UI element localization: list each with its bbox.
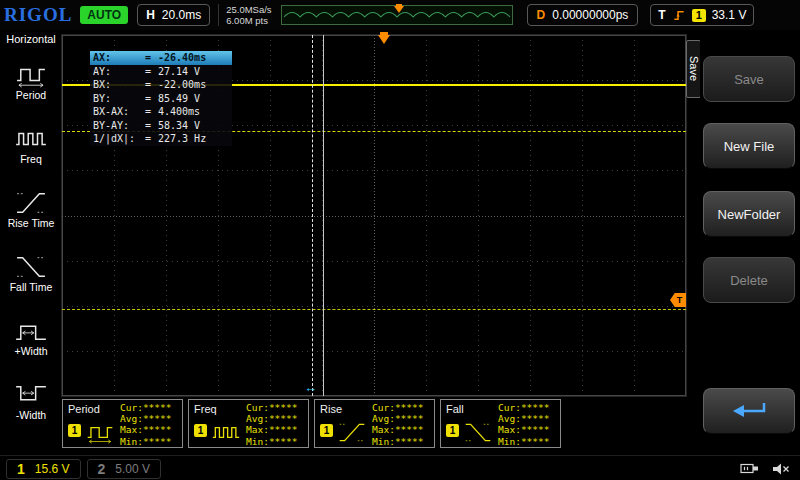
cursor-row-bx-ax: BX-AX:=4.400ms	[90, 105, 232, 119]
waveform-preview[interactable]	[281, 5, 513, 25]
trigger-info-box: T 1 33.1 V	[650, 4, 754, 26]
delete-button[interactable]: Delete	[703, 257, 795, 303]
waveform-display[interactable]: T ↔ AX:=-26.40msAY:=27.14 VBX:=-22.00msB…	[62, 35, 686, 396]
menu-button-label: New File	[724, 139, 775, 154]
sidebar-item-width[interactable]: -Width	[0, 369, 62, 433]
measurement-stats: Cur:*****Avg:*****Max:*****Min:*****	[120, 402, 172, 447]
cursor-readout-panel: AX:=-26.40msAY:=27.14 VBX:=-22.00msBY:=8…	[90, 51, 232, 146]
menu-tab-save[interactable]: Save	[686, 40, 701, 98]
measurement-stats: Cur:*****Avg:*****Max:*****Min:*****	[372, 402, 424, 447]
usb-icon	[740, 462, 760, 475]
channel2-status[interactable]: 2 5.00 V	[87, 459, 162, 479]
fall-time-icon	[14, 254, 48, 280]
sidebar-item-period[interactable]: Period	[0, 49, 62, 113]
measurement-label: Rise	[320, 403, 342, 415]
cursor-ax-line[interactable]	[312, 35, 313, 396]
measure-sidebar: Horizontal PeriodFreqRise TimeFall Time+…	[0, 30, 62, 455]
speaker-muted-icon	[772, 462, 790, 476]
softkey-menu: SaveNew FileNewFolderDelete	[700, 30, 800, 455]
sample-rate: 25.0MSa/s	[226, 4, 271, 15]
freq-icon	[14, 126, 48, 152]
measurement-row: Period1Cur:*****Avg:*****Max:*****Min:**…	[62, 399, 561, 448]
sidebar-item-rise-time[interactable]: Rise Time	[0, 177, 62, 241]
channel2-number: 2	[98, 461, 106, 477]
rise-time-icon	[14, 190, 48, 216]
channel-1-badge: 1	[320, 424, 333, 437]
cursor-ay-line[interactable]	[62, 309, 686, 310]
stat-line: Max:*****	[120, 424, 172, 435]
trigger-position-marker[interactable]	[378, 35, 390, 44]
bottom-status-bar: 1 15.6 V 2 5.00 V	[0, 455, 800, 480]
trigger-position-marker-mini	[394, 6, 404, 13]
measurement-stats: Cur:*****Avg:*****Max:*****Min:*****	[498, 402, 550, 447]
cursor-row-by: BY:=85.49 V	[90, 92, 232, 106]
new-file-button[interactable]: New File	[703, 123, 795, 169]
sidebar-item-fall-time[interactable]: Fall Time	[0, 241, 62, 305]
cursor-row-ay: AY:=27.14 V	[90, 65, 232, 79]
measurement-label: Period	[68, 403, 100, 415]
sidebar-item-label: Period	[16, 89, 46, 101]
stat-line: Max:*****	[246, 424, 298, 435]
measurement-label: Fall	[446, 403, 464, 415]
stat-line: Min:*****	[372, 436, 424, 447]
measurement-rise[interactable]: Rise1Cur:*****Avg:*****Max:*****Min:****…	[314, 399, 435, 448]
cursor-row-1-dx: 1/|dX|:=227.3 Hz	[90, 132, 232, 146]
trigger-edge-icon	[672, 9, 686, 22]
trigger-label: T	[658, 8, 665, 22]
cursor-row-ax: AX:=-26.40ms	[90, 51, 232, 65]
channel1-number: 1	[17, 461, 25, 477]
cursor-bx-line[interactable]	[323, 35, 324, 396]
channel-1-badge: 1	[194, 424, 207, 437]
status-icons	[740, 462, 790, 476]
stat-line: Avg:*****	[498, 413, 550, 424]
stat-line: Min:*****	[246, 436, 298, 447]
measurement-stats: Cur:*****Avg:*****Max:*****Min:*****	[246, 402, 298, 447]
menu-button-label: Delete	[730, 273, 768, 288]
delay-value: 0.00000000ps	[552, 8, 628, 22]
sidebar-item-freq[interactable]: Freq	[0, 113, 62, 177]
rigol-logo: RIGOL	[4, 4, 72, 26]
measurement-freq[interactable]: Freq1Cur:*****Avg:*****Max:*****Min:****…	[188, 399, 309, 448]
channel-1-badge: 1	[68, 424, 81, 437]
menu-button-label: Save	[734, 72, 764, 87]
trigger-level-value: 33.1 V	[712, 8, 747, 22]
stat-line: Cur:*****	[120, 402, 172, 413]
return-button[interactable]	[703, 388, 795, 434]
memory-depth: 6.00M pts	[226, 15, 271, 26]
cursor-row-by-ay: BY-AY:=58.34 V	[90, 119, 232, 133]
stat-line: Cur:*****	[246, 402, 298, 413]
channel1-status[interactable]: 1 15.6 V	[6, 459, 81, 479]
minus-width-icon	[14, 382, 48, 408]
channel1-scale: 15.6 V	[35, 462, 70, 476]
stat-line: Cur:*****	[372, 402, 424, 413]
sidebar-item-label: -Width	[16, 409, 46, 421]
top-status-bar: RIGOL AUTO H 20.0ms 25.0MSa/s 6.00M pts …	[0, 0, 800, 30]
stat-line: Min:*****	[498, 436, 550, 447]
cursor-rows: AX:=-26.40msAY:=27.14 VBX:=-22.00msBY:=8…	[90, 51, 232, 146]
stat-line: Max:*****	[498, 424, 550, 435]
delay-box: D 0.00000000ps	[527, 4, 639, 26]
acquisition-info: 25.0MSa/s 6.00M pts	[218, 4, 271, 27]
sidebar-item-label: Fall Time	[10, 281, 53, 293]
period-icon	[85, 421, 115, 444]
stat-line: Avg:*****	[120, 413, 172, 424]
sidebar-item-label: +Width	[15, 345, 48, 357]
measurement-period[interactable]: Period1Cur:*****Avg:*****Max:*****Min:**…	[62, 399, 183, 448]
sidebar-items: PeriodFreqRise TimeFall Time+Width-Width	[0, 49, 62, 433]
menu-button-label: NewFolder	[718, 207, 781, 222]
run-status-badge: AUTO	[80, 6, 128, 24]
trigger-source-badge: 1	[692, 9, 706, 22]
stat-line: Min:*****	[120, 436, 172, 447]
stat-line: Avg:*****	[372, 413, 424, 424]
cursor-row-bx: BX:=-22.00ms	[90, 78, 232, 92]
freq-icon	[211, 421, 241, 444]
return-arrow-icon	[727, 398, 771, 424]
new-folder-button[interactable]: NewFolder	[703, 191, 795, 237]
save-button[interactable]: Save	[703, 56, 795, 102]
sidebar-title: Horizontal	[0, 33, 62, 45]
measurement-fall[interactable]: Fall1Cur:*****Avg:*****Max:*****Min:****…	[440, 399, 561, 448]
sidebar-item-width[interactable]: +Width	[0, 305, 62, 369]
plus-width-icon	[14, 318, 48, 344]
horizontal-scale-box: H 20.0ms	[137, 4, 210, 26]
sidebar-item-label: Freq	[20, 153, 42, 165]
